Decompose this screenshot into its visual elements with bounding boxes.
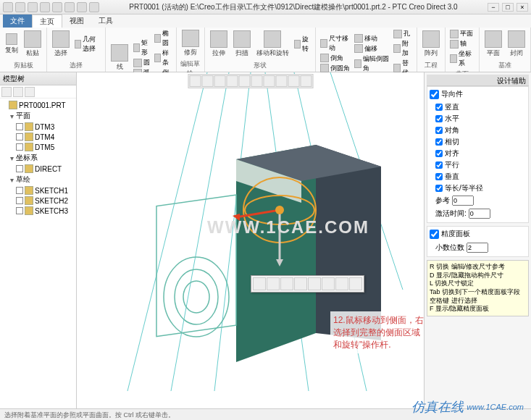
view-tool-icon[interactable] — [263, 75, 275, 87]
group-editsketch: 修剪 编辑草绘 — [177, 28, 205, 72]
tree-item[interactable]: SKETCH1 — [1, 185, 75, 196]
close-button[interactable]: × — [517, 3, 528, 12]
tree-item[interactable]: DIRECT — [1, 164, 75, 174]
tree-item[interactable]: DTM5 — [1, 142, 75, 152]
tab-home[interactable]: 主页 — [32, 14, 62, 28]
title-bar: PRT0001 (活动的) E:\Creo工作目录\工作文件\0912\Dire… — [0, 0, 531, 14]
chamfer2-button[interactable]: 倒角 — [319, 54, 351, 63]
guide-check[interactable] — [435, 104, 443, 111]
ctx-tool-icon[interactable] — [308, 277, 321, 290]
ctx-tool-icon[interactable] — [322, 277, 335, 290]
tutorial-annotation: 12.鼠标移动到侧面，右键单击切换选择到完整的侧面区域，出现"移动和旋转"操作杆… — [330, 311, 424, 353]
view-tool-icon[interactable] — [226, 75, 238, 87]
view-tool-icon[interactable] — [189, 75, 201, 87]
rect-button[interactable]: 矩形 — [132, 38, 151, 57]
moverotate-button[interactable]: 移动和旋转 — [254, 30, 291, 59]
move-button[interactable]: 移动 — [353, 34, 390, 43]
geomsel-button[interactable]: 几何选择 — [73, 35, 102, 54]
tab-tools[interactable]: 工具 — [91, 14, 120, 28]
attach-button[interactable]: 附加 — [392, 39, 414, 58]
tree-group-sketch[interactable]: ▾草绘 — [1, 174, 75, 185]
qat-new-icon[interactable] — [3, 2, 13, 12]
view-tool-icon[interactable] — [251, 75, 262, 87]
extrude-button[interactable]: 拉伸 — [208, 30, 230, 59]
ctx-tool-icon[interactable] — [294, 277, 307, 290]
qat-close-icon[interactable] — [89, 2, 99, 12]
plane-button[interactable]: 平面 — [448, 29, 476, 38]
view-tool-icon[interactable] — [201, 75, 213, 87]
viewport[interactable]: WWW.1CAE.COM 12.鼠标移动到侧面，右键单击切换选择到完整的侧面区域… — [77, 72, 424, 408]
hole-button[interactable]: 孔 — [392, 29, 414, 38]
qat-open-icon[interactable] — [15, 2, 25, 12]
ctx-tool-icon[interactable] — [253, 277, 266, 290]
tree-item[interactable]: DTM3 — [1, 122, 75, 132]
revolve-button[interactable]: 旋转 — [293, 35, 312, 54]
svg-point-12 — [183, 281, 209, 313]
tree-item[interactable]: SKETCH3 — [1, 206, 75, 216]
pattern-button[interactable]: 阵列 — [420, 30, 442, 59]
model-tree: PRT0001.PRT ▾平面 DTM3 DTM4 DTM5 ▾坐标系 DIRE… — [0, 98, 76, 217]
tab-file[interactable]: 文件 — [3, 14, 32, 28]
qat-redo-icon[interactable] — [52, 2, 62, 12]
model-view — [77, 72, 424, 408]
sweep-button[interactable]: 扫描 — [231, 30, 253, 59]
qat-undo-icon[interactable] — [40, 2, 50, 12]
axis-button[interactable]: 轴 — [448, 39, 476, 49]
ctx-tool-icon[interactable] — [335, 277, 348, 290]
guide-check[interactable] — [435, 185, 443, 192]
paste-button[interactable]: 粘贴 — [22, 30, 43, 59]
delay-input[interactable] — [469, 209, 490, 219]
qat-regen-icon[interactable] — [64, 2, 75, 12]
tree-tool-icon[interactable] — [25, 87, 35, 97]
ctx-tool-icon[interactable] — [267, 277, 280, 290]
circle-button[interactable]: 圆 — [132, 58, 151, 67]
view-tool-icon[interactable] — [300, 75, 312, 87]
guide-check[interactable] — [435, 173, 443, 180]
spline-button[interactable]: 样条 — [153, 49, 172, 67]
qat-windows-icon[interactable] — [77, 2, 87, 12]
design-aid-sidebar: 设计辅助 导向件 竖直 水平 对角 相切 对齐 平行 垂直 等长/等半径 参考 … — [424, 72, 531, 408]
offset-button[interactable]: 偏移 — [353, 44, 390, 54]
tree-item[interactable]: DTM4 — [1, 132, 75, 142]
trim-button[interactable]: 修剪 — [180, 29, 201, 58]
select-button[interactable]: 选择 — [50, 30, 72, 59]
ref-input[interactable] — [452, 196, 474, 206]
svg-line-0 — [127, 72, 207, 391]
plane2-button[interactable]: 平面 — [482, 30, 504, 59]
copy-button[interactable]: 复制 — [3, 33, 20, 56]
csys-button[interactable]: 坐标系 — [448, 49, 476, 68]
close2-button[interactable]: 封闭 — [506, 30, 527, 59]
sizemove-button[interactable]: 尺寸移动 — [319, 34, 351, 53]
fillet2-button[interactable]: 倒圆角 — [319, 64, 351, 73]
line-button[interactable]: 线 — [109, 43, 130, 72]
guides-toggle[interactable] — [430, 90, 439, 99]
group-shape: 拉伸 扫描 移动和旋转 旋转 形状 — [205, 28, 316, 72]
tab-view[interactable]: 视图 — [62, 14, 91, 28]
guide-check[interactable] — [435, 115, 443, 122]
tree-tool-icon[interactable] — [13, 87, 23, 97]
tree-header: 模型树 — [0, 72, 76, 85]
tree-tool-icon[interactable] — [1, 87, 12, 97]
guide-check[interactable] — [435, 150, 443, 157]
guide-check[interactable] — [435, 127, 443, 134]
tree-item[interactable]: SKETCH2 — [1, 196, 75, 206]
facedit-button[interactable]: 编辑倒圆角 — [353, 54, 390, 73]
view-tool-icon[interactable] — [288, 75, 299, 87]
qat-save-icon[interactable] — [28, 2, 38, 12]
ctx-tool-icon[interactable] — [349, 277, 362, 290]
view-tool-icon[interactable] — [214, 75, 225, 87]
minimize-button[interactable]: − — [488, 3, 499, 12]
decimal-input[interactable] — [467, 243, 488, 253]
group-select: 选择 几何选择 选择 — [47, 28, 106, 72]
precision-toggle[interactable] — [430, 230, 439, 239]
tree-group-csys[interactable]: ▾坐标系 — [1, 152, 75, 164]
view-tool-icon[interactable] — [275, 75, 287, 87]
tree-group-planes[interactable]: ▾平面 — [1, 110, 75, 122]
ctx-tool-icon[interactable] — [280, 277, 293, 290]
ellipse-button[interactable]: 椭圆 — [153, 29, 172, 48]
guide-check[interactable] — [435, 161, 443, 169]
tree-root[interactable]: PRT0001.PRT — [1, 100, 75, 110]
view-tool-icon[interactable] — [238, 75, 250, 87]
guide-check[interactable] — [435, 138, 443, 146]
maximize-button[interactable]: □ — [502, 3, 514, 12]
